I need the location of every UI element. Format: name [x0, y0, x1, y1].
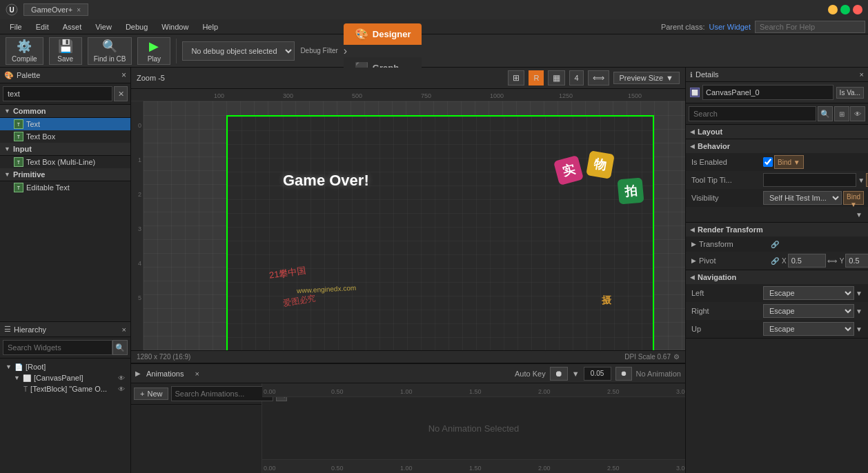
designer-tab[interactable]: 🎨 Designer	[344, 23, 422, 45]
debug-object-select[interactable]: No debug object selected	[182, 41, 295, 61]
dpi-area: DPI Scale 0.67 ⚙	[624, 353, 680, 361]
play-button[interactable]: ▶ Play	[137, 37, 170, 65]
viewport-btn-1[interactable]: ⊞	[508, 70, 524, 85]
nav-left-arrow[interactable]: ▼	[856, 290, 862, 297]
visibility-select[interactable]: Self Hit Test Im...	[763, 191, 842, 205]
visibility-bind-button[interactable]: Bind ▼	[843, 191, 864, 205]
pivot-x-expand[interactable]: ⟺	[827, 257, 837, 265]
search-help-input[interactable]	[755, 21, 865, 33]
is-enabled-bind-button[interactable]: Bind ▼	[774, 155, 804, 169]
palette-panel: 🎨 Palette × ✕ ▼ Common T Text	[0, 68, 130, 321]
minimize-button[interactable]	[828, 5, 838, 14]
auto-key-button[interactable]: ⏺	[550, 367, 568, 381]
palette-close[interactable]: ×	[121, 70, 126, 80]
btmark-4: 2.00	[538, 465, 551, 472]
viewport-btn-move[interactable]: ⟺	[588, 70, 609, 85]
pivot-label: Pivot	[699, 256, 768, 265]
preview-size-label: Preview Size	[620, 74, 664, 82]
navigation-section-header[interactable]: ◀ Navigation	[686, 270, 868, 284]
hierarchy-search-input[interactable]	[3, 340, 112, 355]
settings-gear-icon[interactable]: ⚙	[673, 353, 680, 361]
menu-view[interactable]: View	[88, 21, 119, 32]
menu-debug[interactable]: Debug	[119, 21, 155, 32]
parent-class-link[interactable]: User Widget	[709, 23, 751, 31]
design-canvas[interactable]: Game Over! 实 物 拍 21攀中国 www.enginedx.com …	[226, 115, 654, 350]
details-close[interactable]: ×	[860, 70, 864, 79]
menu-edit[interactable]: Edit	[29, 21, 56, 32]
root-icon: 📄	[14, 363, 23, 371]
hier-item-canvas[interactable]: ▼ ⬜ [CanvasPanel] 👁	[3, 372, 128, 383]
palette-search-input[interactable]	[3, 86, 112, 101]
new-animation-button[interactable]: + New	[134, 388, 168, 400]
palette-section-common-header[interactable]: ▼ Common	[0, 105, 130, 118]
details-eye-button[interactable]: 👁	[850, 106, 865, 121]
palette-section-primitive-header[interactable]: ▼ Primitive	[0, 168, 130, 181]
animation-title: Animations	[146, 370, 184, 378]
is-var-button[interactable]: Is Va...	[836, 87, 864, 99]
tooltip-arrow[interactable]: ▼	[858, 177, 865, 184]
palette-clear-button[interactable]: ✕	[114, 86, 128, 101]
animation-close[interactable]: ×	[195, 370, 199, 378]
tooltip-row: Tool Tip Ti... ▼ Bind ▼	[686, 171, 868, 189]
maximize-button[interactable]	[840, 5, 850, 14]
preview-size-button[interactable]: Preview Size ▼	[613, 72, 680, 84]
pivot-link-icon[interactable]: 🔗	[771, 257, 779, 265]
anim-dropdown-arrow[interactable]: ▼	[572, 370, 580, 378]
object-name-input[interactable]	[702, 85, 834, 100]
app-tab[interactable]: GameOver+ ×	[23, 3, 88, 16]
viewport-btn-r[interactable]: R	[529, 70, 544, 85]
menu-window[interactable]: Window	[155, 21, 195, 32]
viewport-btn-grid[interactable]: ▦	[548, 70, 565, 85]
pivot-x-input[interactable]	[788, 254, 826, 268]
close-button[interactable]	[853, 5, 862, 14]
nav-up-select[interactable]: Escape	[763, 322, 854, 336]
nav-up-value: Escape ▼	[763, 322, 862, 336]
pivot-y-label: Y	[840, 257, 845, 265]
details-search-button[interactable]: 🔍	[818, 106, 833, 121]
palette-item-textbox-multiline[interactable]: T Text Box (Multi-Line)	[0, 156, 130, 168]
menu-help[interactable]: Help	[195, 21, 225, 32]
visibility-expand-button[interactable]: ▼	[856, 211, 862, 219]
save-button[interactable]: 💾 Save	[49, 37, 82, 65]
hier-item-root[interactable]: ▼ 📄 [Root]	[3, 361, 128, 372]
is-enabled-checkbox[interactable]	[763, 157, 773, 167]
pivot-expand-icon[interactable]: ▶	[691, 257, 696, 264]
nav-right-arrow[interactable]: ▼	[856, 308, 862, 315]
palette-item-textbox[interactable]: T Text Box	[0, 130, 130, 143]
editable-text-label: Editable Text	[26, 183, 70, 192]
menu-asset[interactable]: Asset	[56, 21, 89, 32]
compile-button[interactable]: ⚙️ Compile	[6, 37, 43, 65]
hierarchy-close[interactable]: ×	[122, 325, 126, 334]
canvas-visibility-icon[interactable]: 👁	[118, 374, 125, 382]
palette-item-editable-text[interactable]: T Editable Text	[0, 181, 130, 194]
tab-close[interactable]: ×	[77, 6, 81, 14]
tooltip-input[interactable]	[763, 173, 856, 187]
textblock-visibility-icon[interactable]: 👁	[118, 385, 125, 393]
behavior-section-header[interactable]: ◀ Behavior	[686, 139, 868, 153]
animation-search-input[interactable]	[171, 386, 273, 401]
frame-input[interactable]	[584, 367, 611, 381]
hier-item-textblock[interactable]: T [TextBlock] "Game O... 👁	[3, 383, 128, 394]
transform-expand[interactable]: ▶	[691, 241, 696, 248]
viewport-btn-4[interactable]: 4	[569, 70, 583, 85]
svg-text:U: U	[9, 6, 14, 14]
tmark-6: 3.00	[676, 388, 685, 395]
details-grid-view-button[interactable]: ⊞	[834, 106, 849, 121]
hierarchy-search-button[interactable]: 🔍	[112, 340, 128, 355]
pivot-y-input[interactable]	[845, 254, 868, 268]
canvas-status: 1280 x 720 (16:9) DPI Scale 0.67 ⚙	[131, 350, 685, 363]
nav-up-arrow[interactable]: ▼	[856, 325, 862, 333]
transform-link-icon[interactable]: 🔗	[771, 241, 779, 248]
nav-right-select[interactable]: Escape	[763, 304, 854, 318]
palette-item-text[interactable]: T Text	[0, 118, 130, 130]
layout-section-header[interactable]: ◀ Layout	[686, 125, 868, 139]
render-transform-section-header[interactable]: ◀ Render Transform	[686, 223, 868, 236]
details-search-input[interactable]	[689, 106, 816, 121]
canvas-main[interactable]: Game Over! 实 物 拍 21攀中国 www.enginedx.com …	[144, 101, 685, 350]
menu-file[interactable]: File	[3, 21, 29, 32]
find-in-cb-button[interactable]: 🔍 Find in CB	[88, 37, 132, 65]
nav-left-select[interactable]: Escape	[763, 286, 854, 300]
details-section-navigation: ◀ Navigation Left Escape ▼ Right Escape	[686, 270, 868, 339]
anim-record-button[interactable]: ⏺	[615, 367, 632, 381]
palette-section-input-header[interactable]: ▼ Input	[0, 143, 130, 156]
